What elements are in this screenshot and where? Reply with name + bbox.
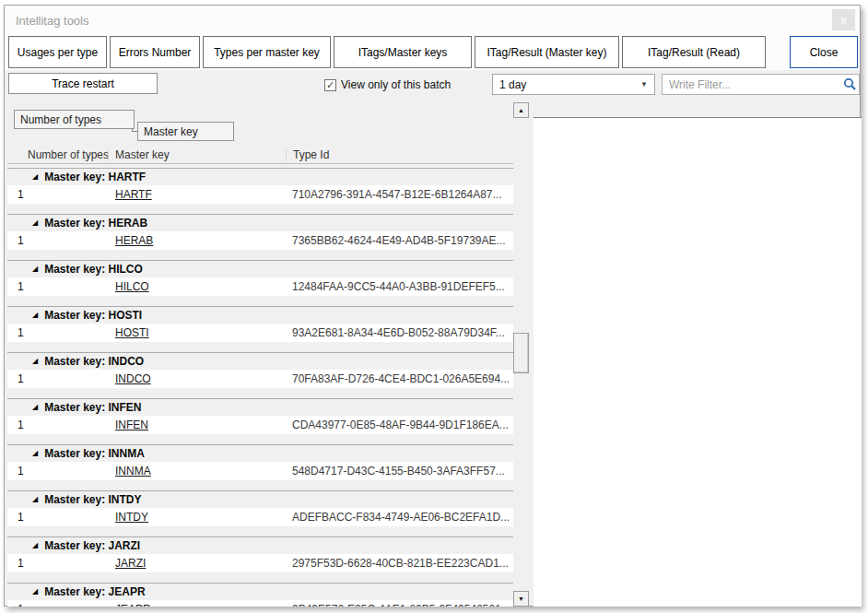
itags-master-keys-button[interactable]: ITags/Master keys	[334, 36, 472, 68]
group-key: HARTF	[109, 171, 147, 183]
collapse-triangle-icon[interactable]: ◢	[32, 542, 38, 549]
collapse-triangle-icon[interactable]: ◢	[32, 404, 38, 411]
collapse-triangle-icon[interactable]: ◢	[32, 496, 38, 503]
cell-type-id: 93A2E681-8A34-4E6D-B052-88A79D34F...	[292, 326, 505, 339]
collapse-triangle-icon[interactable]: ◢	[32, 358, 38, 365]
collapse-triangle-icon[interactable]: ◢	[32, 173, 38, 181]
table-row[interactable]: 1 INDCO 70FA83AF-D726-4CE4-BDC1-026A5E69…	[7, 370, 513, 388]
cell-master-key-link[interactable]: HOSTI	[115, 326, 149, 339]
table-row[interactable]: 1 HILCO 12484FAA-9CC5-44A0-A3BB-91DEFEF5…	[7, 277, 513, 296]
group-label-prefix: Master key:	[44, 355, 108, 368]
group-header-label: Master key: JEAPR	[44, 585, 145, 598]
cell-type-id: 2975F53D-6628-40CB-821B-EE223CAD1...	[292, 557, 509, 570]
cell-master-key-link[interactable]: JEAPR	[115, 603, 151, 607]
period-dropdown-value: 1 day	[499, 78, 526, 91]
collapse-triangle-icon[interactable]: ◢	[32, 450, 38, 457]
view-only-batch-checkbox[interactable]: ✓ View only of this batch	[324, 78, 451, 91]
group-header-row[interactable]: ◢ Master key: INTDY	[7, 490, 513, 508]
group-key: HILCO	[109, 263, 143, 276]
scrollbar-thumb[interactable]	[513, 333, 529, 373]
period-dropdown[interactable]: 1 day ▼	[492, 74, 655, 95]
group-header-label: Master key: HERAB	[44, 217, 147, 230]
group-key: HOSTI	[109, 309, 143, 322]
group-key: INFEN	[109, 401, 142, 414]
cell-type-id: ADEFBACC-F834-4749-AE06-BC2EFA1D...	[292, 511, 510, 524]
group-header-row[interactable]: ◢ Master key: JEAPR	[7, 583, 513, 600]
grid-column-headers: Number of types Master key Type Id	[7, 146, 513, 164]
group-header-row[interactable]: ◢ Master key: INNMA	[7, 444, 513, 462]
collapse-triangle-icon[interactable]: ◢	[32, 265, 38, 273]
scroll-up-button[interactable]: ▲	[513, 102, 529, 118]
table-row[interactable]: 1 HOSTI 93A2E681-8A34-4E6D-B052-88A79D34…	[7, 324, 513, 342]
group-header-row[interactable]: ◢ Master key: HILCO	[7, 260, 513, 277]
cell-master-key-link[interactable]: HARTF	[115, 188, 152, 201]
group-label-prefix: Master key:	[44, 217, 108, 230]
table-row[interactable]: 1 INNMA 548D4717-D43C-4155-B450-3AFA3FF5…	[7, 462, 513, 480]
cell-type-id: CDA43977-0E85-48AF-9B44-9D1F186EA...	[292, 418, 509, 431]
scroll-down-button[interactable]: ▼	[513, 591, 529, 607]
cell-number-of-types: 1	[18, 188, 24, 201]
group-label-prefix: Master key:	[44, 539, 108, 552]
group-panel-number-of-types[interactable]: Number of types	[14, 110, 135, 129]
table-row[interactable]: 1 INFEN CDA43977-0E85-48AF-9B44-9D1F186E…	[7, 416, 513, 434]
group-label-prefix: Master key:	[44, 401, 108, 414]
column-header-number-of-types[interactable]: Number of types	[28, 148, 109, 161]
table-row[interactable]: 1 JARZI 2975F53D-6628-40CB-821B-EE223CAD…	[7, 554, 513, 572]
cell-master-key-link[interactable]: JARZI	[115, 557, 146, 570]
cell-number-of-types: 1	[18, 511, 24, 524]
column-separator	[108, 148, 109, 161]
group-header-row[interactable]: ◢ Master key: JARZI	[7, 536, 513, 554]
itag-result-master-key-button[interactable]: ITag/Result (Master key)	[475, 36, 619, 68]
collapse-triangle-icon[interactable]: ◢	[32, 588, 38, 595]
group-header-row[interactable]: ◢ Master key: INFEN	[7, 398, 513, 416]
collapse-triangle-icon[interactable]: ◢	[32, 219, 38, 227]
table-row[interactable]: 1 HARTF 710A2796-391A-4547-B12E-6B1264A8…	[7, 185, 513, 204]
itag-result-read-button[interactable]: ITag/Result (Read)	[622, 36, 766, 68]
table-row[interactable]: 1 JEAPR 0B49E576-E25C-4AE1-80B5-9F495425…	[7, 600, 513, 607]
group-header-label: Master key: INFEN	[44, 401, 141, 414]
group-key: JARZI	[109, 539, 141, 552]
errors-number-button[interactable]: Errors Number	[110, 36, 200, 68]
types-per-master-key-button[interactable]: Types per master key	[203, 36, 331, 68]
group-header-row[interactable]: ◢ Master key: INDCO	[7, 352, 513, 370]
trace-restart-button[interactable]: Trace restart	[8, 73, 158, 94]
cell-master-key-link[interactable]: HERAB	[115, 234, 153, 247]
cell-master-key-link[interactable]: INNMA	[115, 465, 151, 477]
collapse-triangle-icon[interactable]: ◢	[32, 312, 38, 319]
group-header-row[interactable]: ◢ Master key: HOSTI	[7, 306, 513, 324]
filter-input[interactable]	[663, 76, 840, 93]
cell-master-key-link[interactable]: INTDY	[115, 511, 148, 524]
cell-number-of-types: 1	[18, 603, 24, 607]
usages-per-type-button[interactable]: Usages per type	[8, 36, 107, 68]
checkbox-checked-icon[interactable]: ✓	[324, 79, 336, 91]
cell-number-of-types: 1	[18, 418, 24, 431]
window-close-button[interactable]: x	[832, 9, 855, 30]
table-row[interactable]: 1 INTDY ADEFBACC-F834-4749-AE06-BC2EFA1D…	[7, 508, 513, 526]
group-key: INDCO	[109, 355, 145, 368]
report-button-row: Usages per type Errors Number Types per …	[8, 36, 766, 68]
group-header-row[interactable]: ◢ Master key: HERAB	[7, 214, 513, 231]
search-icon[interactable]	[840, 77, 859, 91]
cell-master-key-link[interactable]: HILCO	[115, 280, 149, 293]
group-block: ◢ Master key: HARTF 1 HARTF 710A2796-391…	[7, 168, 513, 214]
arrow-down-icon: ▼	[518, 595, 524, 602]
cell-type-id: 70FA83AF-D726-4CE4-BDC1-026A5E694...	[292, 372, 510, 385]
group-header-label: Master key: INDCO	[44, 355, 144, 368]
window-title: Intellitag tools	[16, 14, 89, 28]
chevron-down-icon: ▼	[640, 80, 648, 88]
group-block: ◢ Master key: INTDY 1 INTDY ADEFBACC-F83…	[7, 490, 513, 536]
column-header-master-key[interactable]: Master key	[115, 148, 170, 161]
cell-master-key-link[interactable]: INFEN	[115, 418, 148, 431]
close-button[interactable]: Close	[790, 36, 858, 68]
cell-number-of-types: 1	[18, 557, 24, 570]
column-header-type-id[interactable]: Type Id	[293, 148, 329, 161]
group-panel-master-key[interactable]: Master key	[137, 122, 234, 141]
group-label-prefix: Master key:	[44, 447, 108, 460]
vertical-scrollbar[interactable]: ▲ ▼	[513, 102, 529, 607]
cell-master-key-link[interactable]: INDCO	[115, 372, 151, 385]
group-label-prefix: Master key:	[44, 585, 108, 598]
group-header-row[interactable]: ◢ Master key: HARTF	[7, 168, 513, 185]
table-row[interactable]: 1 HERAB 7365BB62-4624-4E49-AD4B-5F19739A…	[7, 231, 513, 250]
group-header-label: Master key: JARZI	[44, 539, 140, 552]
cell-type-id: 7365BB62-4624-4E49-AD4B-5F19739AE...	[292, 234, 506, 247]
